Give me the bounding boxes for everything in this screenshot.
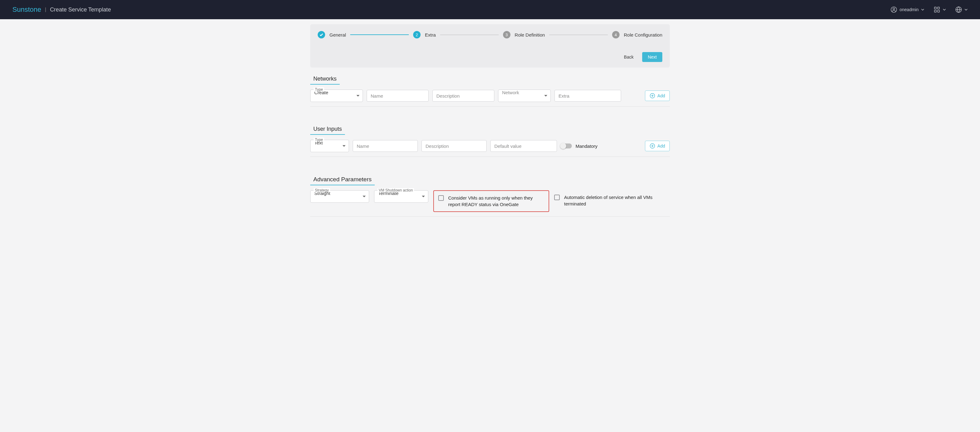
plus-circle-icon: [650, 143, 655, 149]
mandatory-switch-wrap: Mandatory: [561, 143, 598, 149]
step-label: Extra: [425, 32, 436, 38]
step-general[interactable]: General: [318, 31, 346, 38]
svg-rect-4: [934, 10, 936, 12]
svg-rect-2: [934, 7, 936, 9]
userinputs-description-input[interactable]: [422, 140, 487, 152]
userinputs-type-select[interactable]: Type Text: [310, 140, 349, 152]
globe-icon: [955, 6, 962, 13]
check-icon: [319, 33, 324, 37]
add-label: Add: [657, 93, 665, 98]
plus-circle-icon: [650, 93, 655, 98]
stepper-buttons: Back Next: [318, 52, 662, 62]
step-extra[interactable]: 2 Extra: [413, 31, 436, 38]
step-circle-pending: 4: [612, 31, 620, 38]
networks-add-button[interactable]: Add: [645, 91, 670, 101]
section-networks-title: Networks: [310, 73, 340, 84]
svg-rect-3: [937, 7, 939, 9]
userinputs-add-button[interactable]: Add: [645, 141, 670, 151]
chevron-down-icon: [943, 8, 946, 11]
step-line: [549, 35, 608, 35]
userinputs-default-input[interactable]: [490, 140, 557, 152]
back-button[interactable]: Back: [620, 52, 638, 62]
networks-row: Type Create Network Add: [310, 87, 670, 106]
field-legend: Strategy: [313, 188, 330, 192]
stepper-row: General 2 Extra 3 Role Definition 4 Role…: [318, 31, 662, 38]
step-circle-done: [318, 31, 325, 38]
toggle-knob: [560, 143, 566, 149]
header-right: oneadmin: [891, 6, 968, 13]
mandatory-label: Mandatory: [576, 143, 598, 149]
step-line: [440, 35, 499, 35]
networks-type-select[interactable]: Type Create: [310, 90, 363, 102]
ready-status-option: Consider VMs as running only when they r…: [433, 190, 549, 212]
field-legend: VM Shutdown action: [377, 188, 414, 192]
language-menu[interactable]: [955, 6, 967, 13]
strategy-select[interactable]: Strategy Straight: [310, 190, 369, 203]
section-userinputs-title: User Inputs: [310, 123, 345, 135]
header-bar: Sunstone | Create Service Template onead…: [0, 0, 980, 19]
header-divider: |: [45, 7, 46, 13]
field-legend: Type: [313, 87, 324, 92]
auto-delete-checkbox[interactable]: [554, 195, 560, 200]
step-circle-pending: 3: [503, 31, 511, 38]
networks-description-input[interactable]: [432, 90, 494, 102]
step-label: Role Configuration: [624, 32, 662, 38]
apps-menu[interactable]: [934, 6, 946, 13]
stepper-card: General 2 Extra 3 Role Definition 4 Role…: [310, 24, 670, 68]
mandatory-toggle[interactable]: [561, 143, 572, 148]
step-line: [350, 34, 409, 35]
step-role-configuration[interactable]: 4 Role Configuration: [612, 31, 662, 38]
svg-rect-5: [937, 10, 939, 12]
ready-status-label: Consider VMs as running only when they r…: [448, 195, 544, 208]
main-container: General 2 Extra 3 Role Definition 4 Role…: [310, 19, 670, 229]
step-role-definition[interactable]: 3 Role Definition: [503, 31, 545, 38]
header-left: Sunstone | Create Service Template: [13, 6, 111, 14]
auto-delete-option: Automatic deletion of service when all V…: [554, 190, 660, 211]
username-label: oneadmin: [900, 7, 919, 12]
next-button[interactable]: Next: [642, 52, 662, 62]
networks-network-select[interactable]: Network: [498, 90, 551, 102]
user-icon: [891, 6, 897, 13]
advanced-row: Strategy Straight VM Shutdown action Ter…: [310, 188, 670, 217]
shutdown-select[interactable]: VM Shutdown action Terminate: [374, 190, 428, 203]
page-title: Create Service Template: [50, 6, 111, 13]
userinputs-row: Type Text Mandatory Add: [310, 137, 670, 157]
field-legend: Type: [313, 138, 324, 142]
svg-point-1: [893, 8, 895, 10]
user-menu[interactable]: oneadmin: [891, 6, 924, 13]
networks-extra-input[interactable]: [554, 90, 621, 102]
chevron-down-icon: [964, 8, 967, 11]
step-circle-active: 2: [413, 31, 421, 38]
userinputs-name-input[interactable]: [353, 140, 418, 152]
grid-icon: [934, 6, 940, 13]
add-label: Add: [657, 143, 665, 148]
step-label: Role Definition: [515, 32, 545, 38]
ready-status-checkbox[interactable]: [438, 195, 444, 201]
networks-name-input[interactable]: [367, 90, 429, 102]
chevron-down-icon: [921, 8, 924, 11]
select-placeholder: Network: [498, 90, 550, 102]
section-advanced-title: Advanced Parameters: [310, 173, 375, 185]
brand-logo[interactable]: Sunstone: [13, 6, 41, 14]
auto-delete-label: Automatic deletion of service when all V…: [564, 194, 660, 207]
step-label: General: [329, 32, 346, 38]
